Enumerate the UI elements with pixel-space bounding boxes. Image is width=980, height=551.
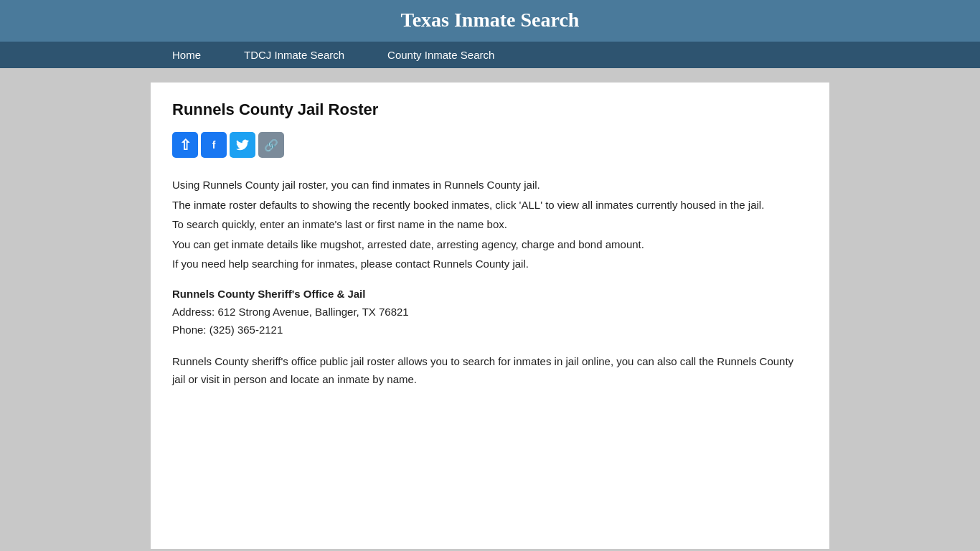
desc-line-4: You can get inmate details like mugshot,… [172, 235, 808, 254]
site-title: Texas Inmate Search [0, 9, 980, 32]
content-outer: Runnels County Jail Roster ⇧ f 🔗 [0, 68, 980, 551]
link-icon: 🔗 [264, 138, 278, 152]
share-icon: ⇧ [179, 138, 192, 152]
desc-line-1: Using Runnels County jail roster, you ca… [172, 176, 808, 194]
description-block: Using Runnels County jail roster, you ca… [172, 176, 808, 273]
main-nav: Home TDCJ Inmate Search County Inmate Se… [0, 42, 980, 68]
share-button[interactable]: ⇧ [172, 132, 198, 158]
phone-value: (325) 365-2121 [209, 324, 283, 336]
twitter-button[interactable] [230, 132, 255, 158]
nav-home[interactable]: Home [151, 42, 222, 68]
address-label: Address: [172, 306, 215, 318]
office-address: Address: 612 Strong Avenue, Ballinger, T… [172, 303, 808, 321]
address-value: 612 Strong Avenue, Ballinger, TX 76821 [217, 306, 408, 318]
social-buttons: ⇧ f 🔗 [172, 132, 808, 158]
desc-line-5: If you need help searching for inmates, … [172, 255, 808, 273]
site-header: Texas Inmate Search [0, 0, 980, 42]
desc-line-3: To search quickly, enter an inmate's las… [172, 215, 808, 234]
twitter-icon [236, 138, 249, 151]
office-details: Address: 612 Strong Avenue, Ballinger, T… [172, 303, 808, 339]
nav-tdcj[interactable]: TDCJ Inmate Search [222, 42, 366, 68]
phone-label: Phone: [172, 324, 207, 336]
office-title: Runnels County Sheriff's Office & Jail [172, 288, 808, 300]
facebook-icon: f [212, 139, 216, 151]
page-title: Runnels County Jail Roster [172, 100, 808, 119]
office-phone: Phone: (325) 365-2121 [172, 321, 808, 339]
copy-link-button[interactable]: 🔗 [258, 132, 284, 158]
content-card: Runnels County Jail Roster ⇧ f 🔗 [151, 83, 829, 549]
facebook-button[interactable]: f [201, 132, 227, 158]
public-description: Runnels County sheriff's office public j… [172, 352, 808, 389]
desc-line-2: The inmate roster defaults to showing th… [172, 196, 808, 215]
nav-county[interactable]: County Inmate Search [366, 42, 516, 68]
